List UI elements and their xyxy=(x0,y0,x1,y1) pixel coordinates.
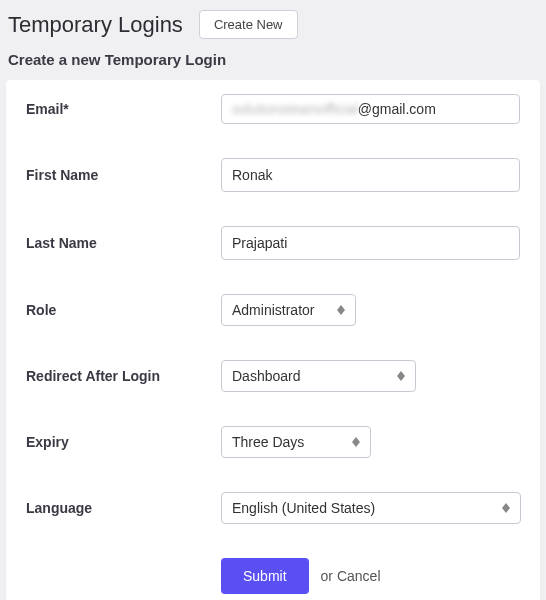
language-value: English (United States) xyxy=(232,500,375,516)
submit-button[interactable]: Submit xyxy=(221,558,309,594)
form-card: Email* solutionsteamofficial @gmail.com … xyxy=(6,80,540,600)
create-new-button[interactable]: Create New xyxy=(199,10,298,39)
stepper-icon xyxy=(352,437,360,447)
language-label: Language xyxy=(26,500,221,516)
cancel-link[interactable]: Cancel xyxy=(337,568,381,584)
email-domain-part: @gmail.com xyxy=(358,101,436,117)
redirect-value: Dashboard xyxy=(232,368,301,384)
expiry-label: Expiry xyxy=(26,434,221,450)
stepper-icon xyxy=(397,371,405,381)
language-select[interactable]: English (United States) xyxy=(221,492,521,524)
last-name-field[interactable] xyxy=(221,226,520,260)
role-value: Administrator xyxy=(232,302,314,318)
expiry-value: Three Days xyxy=(232,434,304,450)
email-label: Email* xyxy=(26,101,221,117)
or-text: or xyxy=(321,568,333,584)
last-name-label: Last Name xyxy=(26,235,221,251)
or-cancel-text: or Cancel xyxy=(321,568,381,584)
redirect-label: Redirect After Login xyxy=(26,368,221,384)
first-name-label: First Name xyxy=(26,167,221,183)
expiry-select[interactable]: Three Days xyxy=(221,426,371,458)
role-select[interactable]: Administrator xyxy=(221,294,356,326)
role-label: Role xyxy=(26,302,221,318)
first-name-field[interactable] xyxy=(221,158,520,192)
form-heading: Create a new Temporary Login xyxy=(0,47,546,80)
email-field[interactable]: solutionsteamofficial @gmail.com xyxy=(221,94,520,124)
email-obscured-part: solutionsteamofficial xyxy=(232,101,358,117)
redirect-select[interactable]: Dashboard xyxy=(221,360,416,392)
stepper-icon xyxy=(337,305,345,315)
page-title: Temporary Logins xyxy=(8,12,183,38)
stepper-icon xyxy=(502,503,510,513)
